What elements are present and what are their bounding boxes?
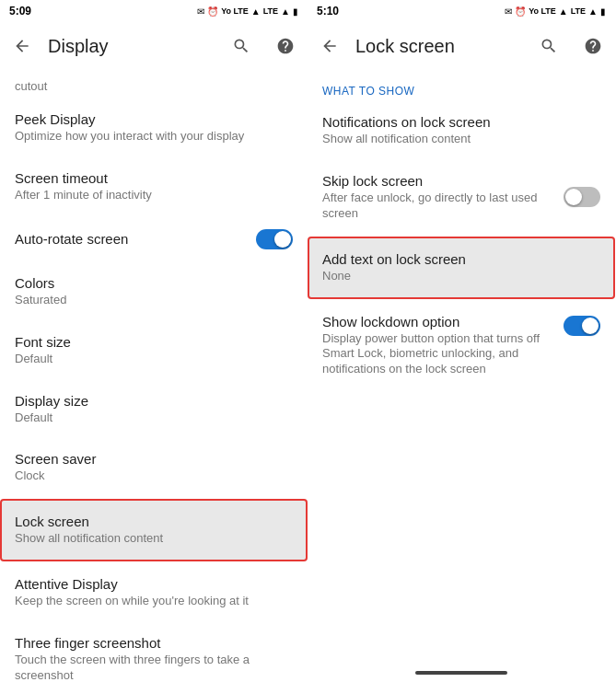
skip-lock-screen-title: Skip lock screen xyxy=(322,173,552,189)
right-toolbar-icons xyxy=(530,28,611,64)
add-text-item[interactable]: Add text on lock screen None xyxy=(308,237,615,299)
right-status-bar: 5:10 ✉ ⏰ Yo LTE ▲ LTE ▲ ▮ xyxy=(308,0,615,22)
left-help-button[interactable] xyxy=(267,28,304,64)
right-back-button[interactable] xyxy=(311,28,348,64)
right-toolbar: Lock screen xyxy=(308,22,615,70)
show-lockdown-text: Show lockdown option Display power butto… xyxy=(322,314,552,378)
notifications-item[interactable]: Notifications on lock screen Show all no… xyxy=(308,101,615,160)
show-lockdown-toggle[interactable] xyxy=(564,316,600,336)
skip-lock-screen-toggle[interactable] xyxy=(564,187,600,207)
screen-saver-title: Screen saver xyxy=(15,451,293,467)
right-battery-icon: ▮ xyxy=(600,6,606,17)
colors-item[interactable]: Colors Saturated xyxy=(0,262,308,321)
right-time: 5:10 xyxy=(317,5,339,17)
lock-screen-item[interactable]: Lock screen Show all notification conten… xyxy=(0,499,308,561)
show-lockdown-toggle-thumb xyxy=(582,318,599,334)
right-lte-icon: LTE xyxy=(571,6,586,16)
colors-subtitle: Saturated xyxy=(15,293,293,308)
wifi-icon: ▲ xyxy=(281,6,290,17)
right-wifi-icon: ▲ xyxy=(588,6,598,17)
show-lockdown-item[interactable]: Show lockdown option Display power butto… xyxy=(308,301,615,391)
skip-lock-screen-item[interactable]: Skip lock screen After face unlock, go d… xyxy=(308,160,615,235)
notifications-title: Notifications on lock screen xyxy=(322,114,600,130)
display-size-subtitle: Default xyxy=(15,410,293,426)
right-panel-title: Lock screen xyxy=(348,36,530,57)
autorotate-toggle[interactable] xyxy=(256,229,293,249)
autorotate-title: Auto-rotate screen xyxy=(15,231,256,247)
notifications-subtitle: Show all notification content xyxy=(322,132,600,147)
right-status-icons: ✉ ⏰ Yo LTE ▲ LTE ▲ ▮ xyxy=(505,6,606,17)
peek-display-subtitle: Optimize how you interact with your disp… xyxy=(15,129,293,144)
left-status-bar: 5:09 ✉ ⏰ Yo LTE ▲ LTE ▲ ▮ xyxy=(0,0,308,22)
screen-timeout-subtitle: After 1 minute of inactivity xyxy=(15,188,293,203)
three-finger-title: Three finger screenshot xyxy=(15,635,293,651)
right-arrow-icon: ▲ xyxy=(559,6,568,17)
autorotate-text: Auto-rotate screen xyxy=(15,231,256,247)
display-panel: 5:09 ✉ ⏰ Yo LTE ▲ LTE ▲ ▮ Display cutout xyxy=(0,0,308,682)
colors-title: Colors xyxy=(15,275,293,291)
left-time: 5:09 xyxy=(9,5,31,17)
display-size-item[interactable]: Display size Default xyxy=(0,380,308,439)
bottom-nav-bar xyxy=(308,664,615,682)
left-panel-title: Display xyxy=(41,36,223,57)
skip-lock-screen-toggle-thumb xyxy=(565,189,582,205)
battery-icon: ▮ xyxy=(293,6,298,17)
peek-display-item[interactable]: Peek Display Optimize how you interact w… xyxy=(0,98,308,157)
screen-timeout-title: Screen timeout xyxy=(15,170,293,186)
left-search-button[interactable] xyxy=(223,28,260,64)
peek-display-title: Peek Display xyxy=(15,111,293,127)
skip-lock-screen-subtitle: After face unlock, go directly to last u… xyxy=(322,191,552,222)
show-lockdown-subtitle: Display power button option that turns o… xyxy=(322,331,552,378)
alarm-icon: ⏰ xyxy=(207,6,218,17)
email-icon: ✉ xyxy=(197,6,204,17)
show-lockdown-title: Show lockdown option xyxy=(322,314,552,329)
lte-icon: LTE xyxy=(263,6,278,16)
left-back-button[interactable] xyxy=(4,28,41,64)
right-search-button[interactable] xyxy=(530,28,567,64)
lock-screen-subtitle: Show all notification content xyxy=(15,531,293,547)
screen-saver-subtitle: Clock xyxy=(15,468,293,484)
attentive-display-item[interactable]: Attentive Display Keep the screen on whi… xyxy=(0,563,308,622)
screen-saver-item[interactable]: Screen saver Clock xyxy=(0,438,308,497)
add-text-subtitle: None xyxy=(322,269,600,284)
lock-screen-title: Lock screen xyxy=(15,514,293,529)
left-status-icons: ✉ ⏰ Yo LTE ▲ LTE ▲ ▮ xyxy=(197,6,298,17)
font-size-subtitle: Default xyxy=(15,352,293,367)
arrow-icon: ▲ xyxy=(251,6,261,17)
autorotate-item[interactable]: Auto-rotate screen xyxy=(0,216,308,262)
left-settings-list: cutout Peek Display Optimize how you int… xyxy=(0,70,308,682)
cutout-item: cutout xyxy=(0,70,308,98)
lock-screen-panel: 5:10 ✉ ⏰ Yo LTE ▲ LTE ▲ ▮ Lock screen WH… xyxy=(308,0,615,682)
right-signal-text: Yo LTE xyxy=(529,6,556,16)
right-alarm-icon: ⏰ xyxy=(515,6,526,17)
three-finger-subtitle: Touch the screen with three fingers to t… xyxy=(15,653,293,682)
attentive-display-title: Attentive Display xyxy=(15,576,293,592)
autorotate-toggle-thumb xyxy=(274,231,291,248)
display-size-title: Display size xyxy=(15,393,293,409)
skip-lock-screen-text: Skip lock screen After face unlock, go d… xyxy=(322,173,552,222)
signal-text: Yo LTE xyxy=(221,6,249,16)
font-size-title: Font size xyxy=(15,334,293,350)
attentive-display-subtitle: Keep the screen on while you're looking … xyxy=(15,594,293,609)
bottom-pill xyxy=(415,671,507,675)
add-text-title: Add text on lock screen xyxy=(322,251,600,267)
right-help-button[interactable] xyxy=(575,28,611,64)
right-email-icon: ✉ xyxy=(505,6,512,17)
left-toolbar-icons xyxy=(223,28,304,64)
font-size-item[interactable]: Font size Default xyxy=(0,321,308,380)
right-settings-list: WHAT TO SHOW Notifications on lock scree… xyxy=(308,70,615,664)
three-finger-item[interactable]: Three finger screenshot Touch the screen… xyxy=(0,622,308,682)
what-to-show-label: WHAT TO SHOW xyxy=(308,70,615,101)
left-toolbar: Display xyxy=(0,22,308,70)
screen-timeout-item[interactable]: Screen timeout After 1 minute of inactiv… xyxy=(0,157,308,216)
